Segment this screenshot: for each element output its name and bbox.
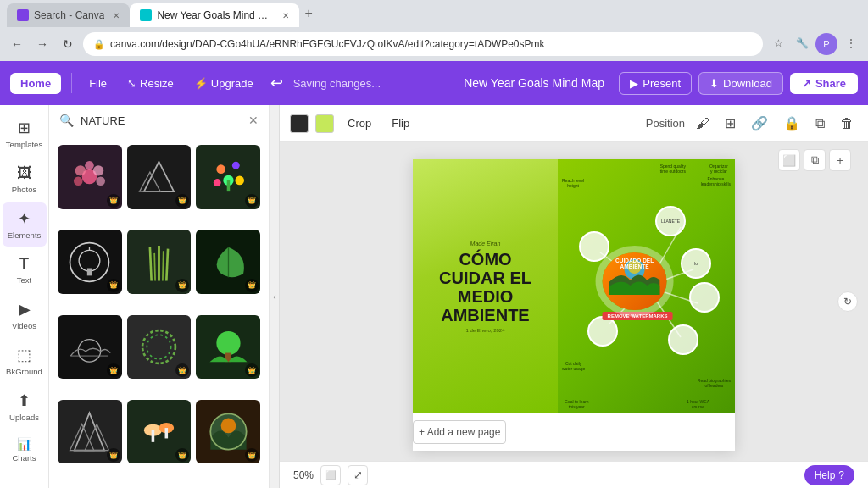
resize-icon: ⤡ xyxy=(127,77,136,90)
add-button[interactable]: + xyxy=(829,149,851,171)
svg-rect-13 xyxy=(226,180,230,191)
address-bar[interactable]: 🔒 canva.com/design/DAD-CGo4hUA/eRNRhEGFG… xyxy=(83,32,763,56)
paint-icon[interactable]: 🖌 xyxy=(692,113,714,135)
topbar: Home File ⤡ Resize ⚡ Upgrade ↩ Saving ch… xyxy=(0,61,868,105)
canvas-container[interactable]: ⬜ ⧉ + ↻ Made Eiran CÓMO CUIDAR EL MEDIO … xyxy=(280,142,868,461)
profile-button[interactable]: P xyxy=(815,33,837,55)
zoom-level: 50% xyxy=(293,469,314,481)
main-layout: ⊞ Templates 🖼 Photos ✦ Elements T Text ▶… xyxy=(0,105,868,488)
color-swatch-dark[interactable] xyxy=(290,114,309,133)
design-author: Made Eiran xyxy=(470,241,501,247)
svg-point-4 xyxy=(97,177,106,186)
sidebar-item-photos[interactable]: 🖼 Photos xyxy=(3,158,47,201)
copy-icon[interactable]: ⧉ xyxy=(811,113,829,135)
share-icon: ↗ xyxy=(802,77,811,90)
list-item[interactable]: 👑 xyxy=(196,145,260,209)
svg-rect-34 xyxy=(152,430,155,442)
list-item[interactable]: 👑 xyxy=(58,400,122,464)
svg-rect-16 xyxy=(87,268,92,275)
download-button[interactable]: ⬇ Download xyxy=(698,72,783,95)
design-title: New Year Goals Mind Map xyxy=(456,76,612,90)
tab-close-1[interactable]: ✕ xyxy=(113,11,120,20)
svg-marker-6 xyxy=(144,162,174,191)
sidebar-item-elements[interactable]: ✦ Elements xyxy=(3,202,47,247)
help-button[interactable]: Help ? xyxy=(804,465,854,485)
charts-icon: 📊 xyxy=(17,437,31,451)
rotation-handle[interactable]: ↻ xyxy=(837,291,858,312)
menu-icon[interactable]: ⋮ xyxy=(841,33,861,53)
design-canvas[interactable]: Made Eiran CÓMO CUIDAR EL MEDIO AMBIENTE… xyxy=(413,159,735,451)
sidebar-item-charts[interactable]: 📊 Charts xyxy=(3,430,47,469)
extension-icon[interactable]: 🔧 xyxy=(792,33,812,53)
templates-icon: ⊞ xyxy=(18,119,31,137)
present-icon: ▶ xyxy=(630,77,638,90)
delete-icon[interactable]: 🗑 xyxy=(836,113,858,135)
flip-button[interactable]: Flip xyxy=(385,114,416,133)
sidebar-item-templates[interactable]: ⊞ Templates xyxy=(3,112,47,156)
list-item[interactable]: 👑 xyxy=(127,145,192,209)
forward-button[interactable]: → xyxy=(32,34,53,54)
tab-new-year[interactable]: New Year Goals Mind Map - Pre... ✕ xyxy=(130,3,299,27)
list-item[interactable]: 👑 xyxy=(58,315,122,380)
list-item[interactable]: 👑 xyxy=(127,315,192,380)
fullscreen-button[interactable]: ⤢ xyxy=(348,465,368,485)
home-button[interactable]: Home xyxy=(10,73,61,94)
link-icon[interactable]: 🔗 xyxy=(747,112,772,135)
node-text-2: Spend qualitytime outdoors xyxy=(660,164,686,174)
mm-node-5 xyxy=(587,316,618,347)
resize-button[interactable]: ⤡ Resize xyxy=(120,74,181,93)
list-item[interactable]: 👑 xyxy=(196,315,260,380)
charts-label: Charts xyxy=(13,453,36,463)
grid-icon[interactable]: ⊞ xyxy=(721,112,740,135)
frame-button[interactable]: ⬜ xyxy=(778,149,800,171)
watermark-badge: 👑 xyxy=(175,363,189,377)
lock-toolbar-icon[interactable]: 🔒 xyxy=(779,112,804,135)
undo-button[interactable]: ↩ xyxy=(267,70,287,96)
node-text-4: Enhanceleadership skills xyxy=(701,176,731,186)
present-button[interactable]: ▶ Present xyxy=(619,72,692,95)
list-item[interactable]: 👑 xyxy=(127,230,192,294)
list-item[interactable]: 👑 xyxy=(58,230,122,294)
add-page-button[interactable]: + Add a new page xyxy=(413,420,506,444)
duplicate-button[interactable]: ⧉ xyxy=(804,149,826,171)
fit-page-button[interactable]: ⬜ xyxy=(320,465,341,485)
editor-area: Crop Flip Position 🖌 ⊞ 🔗 🔒 ⧉ 🗑 ⬜ ⧉ + xyxy=(280,105,868,488)
crop-button[interactable]: Crop xyxy=(341,114,378,133)
node-text-8: Cut dailywater usage xyxy=(562,361,585,371)
sidebar-item-text[interactable]: T Text xyxy=(3,248,47,291)
sidebar-item-videos[interactable]: ▶ Videos xyxy=(3,293,47,337)
resize-label: Resize xyxy=(140,77,174,90)
share-button[interactable]: ↗ Share xyxy=(790,73,858,94)
panel-collapse-handle[interactable]: ‹ xyxy=(270,105,280,488)
new-tab-button[interactable]: + xyxy=(299,6,317,21)
tab-search-canva[interactable]: Search - Canva ✕ xyxy=(7,3,130,27)
tab-close-2[interactable]: ✕ xyxy=(282,11,289,20)
svg-line-22 xyxy=(163,251,164,280)
position-label: Position xyxy=(646,117,685,130)
mm-node-2: Io xyxy=(681,248,711,279)
svg-point-28 xyxy=(216,331,240,355)
status-bar: 50% ⬜ ⤢ Help ? xyxy=(280,461,868,488)
star-icon[interactable]: ☆ xyxy=(768,33,788,53)
search-clear-button[interactable]: ✕ xyxy=(248,114,259,127)
upgrade-button[interactable]: ⚡ Upgrade xyxy=(187,74,260,93)
remove-watermarks-badge: REMOVE WATERMARKS xyxy=(603,312,673,320)
watermark-badge: 👑 xyxy=(175,194,189,208)
list-item[interactable]: 👑 xyxy=(196,230,260,294)
list-item[interactable]: 👑 xyxy=(58,145,122,209)
watermark-badge: 👑 xyxy=(107,279,120,292)
color-swatch-green[interactable] xyxy=(315,114,334,133)
watermark-badge: 👑 xyxy=(245,448,259,462)
back-button[interactable]: ← xyxy=(7,34,27,54)
file-button[interactable]: File xyxy=(82,74,114,93)
videos-icon: ▶ xyxy=(19,300,31,319)
sidebar-item-background[interactable]: ⬚ BkGround xyxy=(3,339,47,383)
svg-point-9 xyxy=(232,162,240,169)
list-item[interactable]: 👑 xyxy=(127,400,192,464)
list-item[interactable]: 👑 xyxy=(196,400,260,464)
upgrade-icon: ⚡ xyxy=(194,77,208,90)
search-input[interactable] xyxy=(81,114,242,127)
sidebar-item-uploads[interactable]: ⬆ Uploads xyxy=(3,385,47,429)
refresh-button[interactable]: ↻ xyxy=(58,34,78,54)
lock-icon: 🔒 xyxy=(93,39,105,50)
